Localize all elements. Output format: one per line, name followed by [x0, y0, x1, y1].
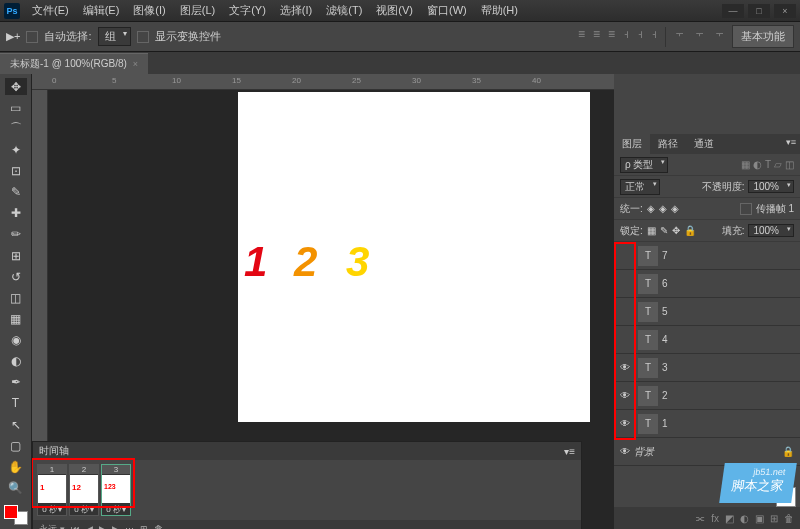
- lock-brush-icon[interactable]: ✎: [660, 225, 668, 236]
- lock-pixels-icon[interactable]: ▦: [647, 225, 656, 236]
- timeline-menu-icon[interactable]: ▾≡: [564, 446, 575, 457]
- frame-duration[interactable]: 0 秒▾: [106, 504, 126, 515]
- eraser-tool[interactable]: ◫: [5, 289, 27, 306]
- tl-newframe-icon[interactable]: ⊞: [140, 524, 148, 529]
- timeline-frame[interactable]: 1 1 0 秒▾: [37, 464, 67, 516]
- type-tool[interactable]: T: [5, 395, 27, 412]
- menu-help[interactable]: 帮助(H): [475, 1, 524, 20]
- path-tool[interactable]: ↖: [5, 416, 27, 433]
- tl-delete-icon[interactable]: 🗑: [154, 524, 163, 529]
- align-icon[interactable]: ⫞: [651, 27, 657, 47]
- layer-name[interactable]: 7: [662, 250, 668, 261]
- visibility-toggle[interactable]: 👁: [616, 390, 634, 401]
- distribute-icon[interactable]: ⫟: [674, 27, 686, 47]
- hand-tool[interactable]: ✋: [5, 458, 27, 475]
- tl-first-icon[interactable]: ⏮: [71, 524, 80, 529]
- menu-filter[interactable]: 滤镜(T): [320, 1, 368, 20]
- fx-icon[interactable]: fx: [711, 513, 719, 524]
- align-icon[interactable]: ≡: [593, 27, 600, 47]
- foreground-color[interactable]: [4, 505, 18, 519]
- distribute-icon[interactable]: ⫟: [714, 27, 726, 47]
- panel-tab-paths[interactable]: 路径: [650, 134, 686, 154]
- shape-tool[interactable]: ▢: [5, 437, 27, 454]
- adjust-icon[interactable]: ◐: [740, 513, 749, 524]
- timeline-frame[interactable]: 3 123 0 秒▾: [101, 464, 131, 516]
- layer-row[interactable]: T6: [614, 270, 800, 298]
- dodge-tool[interactable]: ◐: [5, 353, 27, 370]
- filter-type-icon[interactable]: T: [765, 159, 771, 170]
- delete-icon[interactable]: 🗑: [784, 513, 794, 524]
- panel-tab-layers[interactable]: 图层: [614, 134, 650, 154]
- menu-file[interactable]: 文件(E): [26, 1, 75, 20]
- filter-smart-icon[interactable]: ◫: [785, 159, 794, 170]
- tl-prev-icon[interactable]: ◀: [86, 524, 93, 529]
- layer-row[interactable]: 👁T1: [614, 410, 800, 438]
- align-icon[interactable]: ⫞: [623, 27, 629, 47]
- layer-filter-dropdown[interactable]: ρ 类型: [620, 157, 668, 173]
- distribute-icon[interactable]: ⫟: [694, 27, 706, 47]
- marquee-tool[interactable]: ▭: [5, 99, 27, 116]
- canvas[interactable]: 1 2 3: [238, 92, 590, 422]
- crop-tool[interactable]: ⊡: [5, 163, 27, 180]
- unify-icon[interactable]: ◈: [659, 203, 667, 214]
- layer-row[interactable]: T4: [614, 326, 800, 354]
- layer-row[interactable]: 👁背景🔒: [614, 438, 800, 466]
- unify-icon[interactable]: ◈: [671, 203, 679, 214]
- show-transform-checkbox[interactable]: [137, 31, 149, 43]
- menu-edit[interactable]: 编辑(E): [77, 1, 126, 20]
- blend-mode-dropdown[interactable]: 正常: [620, 179, 660, 195]
- stamp-tool[interactable]: ⊞: [5, 247, 27, 264]
- blur-tool[interactable]: ◉: [5, 332, 27, 349]
- lasso-tool[interactable]: ⌒: [5, 120, 27, 137]
- layer-name[interactable]: 4: [662, 334, 668, 345]
- opacity-input[interactable]: 100%: [748, 180, 794, 193]
- visibility-toggle[interactable]: 👁: [616, 362, 634, 373]
- tab-close-icon[interactable]: ×: [133, 59, 138, 69]
- frame-duration[interactable]: 0 秒▾: [42, 504, 62, 515]
- unify-icon[interactable]: ◈: [647, 203, 655, 214]
- menu-layer[interactable]: 图层(L): [174, 1, 221, 20]
- brush-tool[interactable]: ✏: [5, 226, 27, 243]
- new-layer-icon[interactable]: ⊞: [770, 513, 778, 524]
- group-icon[interactable]: ▣: [755, 513, 764, 524]
- document-tab[interactable]: 未标题-1 @ 100%(RGB/8) ×: [0, 53, 148, 74]
- loop-dropdown[interactable]: 永远 ▾: [39, 523, 65, 530]
- fill-input[interactable]: 100%: [748, 224, 794, 237]
- link-icon[interactable]: ⫘: [695, 513, 705, 524]
- history-brush-tool[interactable]: ↺: [5, 268, 27, 285]
- gradient-tool[interactable]: ▦: [5, 310, 27, 327]
- timeline-frame[interactable]: 2 12 0 秒▾: [69, 464, 99, 516]
- visibility-toggle[interactable]: 👁: [616, 418, 634, 429]
- filter-adjust-icon[interactable]: ◐: [753, 159, 762, 170]
- layer-name[interactable]: 5: [662, 306, 668, 317]
- filter-shape-icon[interactable]: ▱: [774, 159, 782, 170]
- window-maximize-button[interactable]: □: [748, 4, 770, 18]
- window-close-button[interactable]: ×: [774, 4, 796, 18]
- lock-pos-icon[interactable]: ✥: [672, 225, 680, 236]
- mask-icon[interactable]: ◩: [725, 513, 734, 524]
- tl-next-icon[interactable]: ▶: [112, 524, 119, 529]
- align-icon[interactable]: ≡: [578, 27, 585, 47]
- menu-view[interactable]: 视图(V): [370, 1, 419, 20]
- autoselect-checkbox[interactable]: [26, 31, 38, 43]
- tl-tween-icon[interactable]: ⋯: [125, 524, 134, 529]
- panel-menu-icon[interactable]: ▾≡: [782, 134, 800, 154]
- align-icon[interactable]: ≡: [608, 27, 615, 47]
- window-minimize-button[interactable]: —: [722, 4, 744, 18]
- tl-play-icon[interactable]: ▶: [99, 524, 106, 529]
- layer-row[interactable]: T7: [614, 242, 800, 270]
- lock-all-icon[interactable]: 🔒: [684, 225, 696, 236]
- frame-duration[interactable]: 0 秒▾: [74, 504, 94, 515]
- align-icon[interactable]: ⫞: [637, 27, 643, 47]
- heal-tool[interactable]: ✚: [5, 205, 27, 222]
- autoselect-dropdown[interactable]: 组: [98, 27, 131, 46]
- visibility-toggle[interactable]: 👁: [616, 446, 634, 457]
- menu-image[interactable]: 图像(I): [127, 1, 171, 20]
- panel-tab-channels[interactable]: 通道: [686, 134, 722, 154]
- layer-row[interactable]: 👁T2: [614, 382, 800, 410]
- menu-type[interactable]: 文字(Y): [223, 1, 272, 20]
- layer-name[interactable]: 背景: [634, 445, 654, 459]
- color-swatches[interactable]: [4, 505, 28, 526]
- pen-tool[interactable]: ✒: [5, 374, 27, 391]
- workspace-button[interactable]: 基本功能: [732, 25, 794, 48]
